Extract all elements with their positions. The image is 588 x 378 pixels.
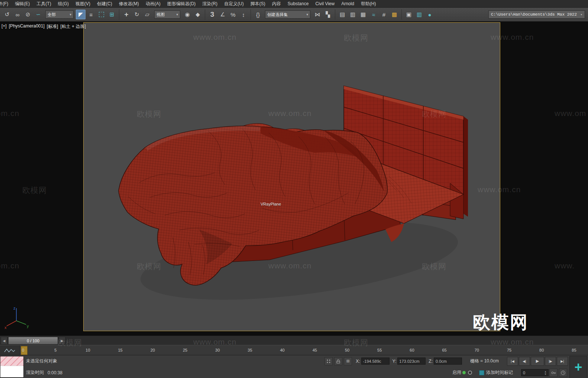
- bed-3d-model[interactable]: [84, 23, 500, 331]
- select-object-icon[interactable]: ◤: [76, 10, 85, 19]
- reference-coordinate-dropdown[interactable]: 视图▾: [154, 10, 180, 19]
- named-selection-sets-dropdown[interactable]: 创建选择集▾: [265, 10, 310, 19]
- selection-lock-icon[interactable]: [334, 357, 342, 365]
- svg-text:x: x: [4, 325, 7, 330]
- spinner-snap-icon[interactable]: ↕: [239, 10, 248, 19]
- menu-item-create[interactable]: 创建(C): [94, 0, 116, 8]
- select-and-move-icon[interactable]: +: [122, 10, 131, 19]
- rendered-frame-window-icon[interactable]: ▥: [414, 10, 424, 19]
- headboard-side: [463, 116, 468, 217]
- select-by-name-icon[interactable]: ≡: [86, 10, 96, 19]
- use-pivot-center-icon[interactable]: ◉: [182, 10, 192, 19]
- ribbon-icon[interactable]: ▦: [358, 10, 368, 19]
- time-slider-next-arrow[interactable]: ▶: [59, 337, 65, 345]
- frame-tick-label: 55: [377, 348, 382, 352]
- menu-item-edit[interactable]: 编辑(E): [12, 0, 33, 8]
- current-frame-value: 0: [523, 371, 525, 375]
- frame-tick-label: 50: [345, 348, 349, 352]
- window-crossing-icon[interactable]: ⊞: [107, 10, 117, 19]
- menu-item-help[interactable]: 帮助(H): [358, 0, 379, 8]
- snap-toggle-icon[interactable]: 3: [207, 10, 217, 19]
- status-bar: 未选定任何对象 ⊞ X: -194.589c Y: 173.023cm Z: 0…: [0, 355, 588, 378]
- rectangular-selection-icon[interactable]: [97, 10, 106, 19]
- project-folder-field[interactable]: C:\Users\Han\Documents\3ds Max 2022▾: [488, 10, 585, 19]
- menu-item-content[interactable]: 内容: [269, 0, 284, 8]
- menu-item-rendering[interactable]: 渲染(R): [199, 0, 221, 8]
- menu-item-scripting[interactable]: 脚本(S): [247, 0, 269, 8]
- z-coordinate-field[interactable]: 0.0cm: [434, 358, 462, 365]
- menu-item-civil-view[interactable]: Civil View: [312, 0, 338, 7]
- menu-item-animation[interactable]: 动画(A): [142, 0, 164, 8]
- menu-item-modifiers[interactable]: 修改器(M): [116, 0, 142, 8]
- viewport-label-render-preset[interactable]: [标准]: [47, 23, 58, 30]
- material-editor-icon[interactable]: ▩: [390, 10, 399, 19]
- menu-item-group[interactable]: 组(G): [55, 0, 72, 8]
- bind-to-space-warp-icon[interactable]: ∽: [33, 10, 43, 19]
- x-coordinate-field[interactable]: -194.589c: [361, 358, 390, 365]
- degradation-status-dot[interactable]: [468, 371, 472, 375]
- viewport-label-camera-name[interactable]: [PhysCamera001]: [9, 23, 45, 30]
- percent-snap-icon[interactable]: %: [228, 10, 238, 19]
- frame-tick-label: 80: [539, 348, 544, 352]
- frame-spinner[interactable]: ▲▼: [544, 370, 547, 375]
- menu-item-graph-editors[interactable]: 图形编辑器(D): [164, 0, 199, 8]
- current-frame-field[interactable]: 0 ▲▼: [521, 369, 549, 376]
- select-and-link-icon[interactable]: ∞: [13, 10, 22, 19]
- enable-status-dot[interactable]: [462, 371, 466, 374]
- undo-icon[interactable]: ↺: [2, 10, 12, 19]
- render-production-icon[interactable]: ●: [425, 10, 434, 19]
- curve-editor-icon[interactable]: ≈: [369, 10, 378, 19]
- key-mode-toggle-icon[interactable]: [549, 369, 558, 377]
- time-slider-prev-arrow[interactable]: ◀: [1, 337, 7, 345]
- select-and-scale-icon[interactable]: ▱: [142, 10, 152, 19]
- prev-frame-button[interactable]: ◀|: [519, 357, 530, 366]
- menu-item-substance[interactable]: Substance: [284, 0, 312, 7]
- menu-item-customize[interactable]: 自定义(U): [221, 0, 247, 8]
- menu-item-file[interactable]: 文件(F): [0, 0, 12, 8]
- select-and-rotate-icon[interactable]: ↻: [132, 10, 142, 19]
- object-name-label: VRayPlane: [261, 202, 281, 206]
- time-slider[interactable]: ◀ 0 / 100 ▶: [0, 336, 588, 345]
- layer-explorer-icon[interactable]: ▥: [348, 10, 358, 19]
- select-and-manipulate-icon[interactable]: ◆: [193, 10, 203, 19]
- frame-tick-label: 10: [85, 348, 90, 352]
- angle-snap-icon[interactable]: ∠: [218, 10, 227, 19]
- time-configuration-icon[interactable]: [559, 369, 567, 377]
- maximize-viewport-toggle[interactable]: +: [569, 356, 587, 378]
- frame-tick-label: 5: [54, 348, 56, 352]
- toolbar-separator: [119, 9, 119, 20]
- next-frame-button[interactable]: |▶: [545, 357, 556, 366]
- viewport-label-general-menu[interactable]: [+]: [1, 23, 7, 30]
- goto-end-button[interactable]: ▶|: [557, 357, 568, 366]
- schematic-view-icon[interactable]: #: [379, 10, 389, 19]
- render-setup-icon[interactable]: ▣: [404, 10, 414, 19]
- y-coordinate-field[interactable]: 173.023cm: [397, 358, 426, 365]
- absolute-mode-transform-icon[interactable]: ⊞: [344, 357, 352, 365]
- viewport-label-shading-mode[interactable]: [粘土 + 边面]: [60, 23, 85, 30]
- edit-named-selections-icon[interactable]: {}: [253, 10, 263, 19]
- mirror-icon[interactable]: ⋈: [313, 10, 322, 19]
- unlink-selection-icon[interactable]: ⊘: [23, 10, 33, 19]
- selection-filter-dropdown[interactable]: 全部▾: [45, 10, 74, 19]
- track-bar[interactable]: 0510152025303540455055606570758085: [0, 345, 588, 356]
- menu-item-arnold[interactable]: Arnold: [338, 0, 358, 7]
- isolate-selection-icon[interactable]: [324, 357, 333, 365]
- toolbar-separator: [205, 9, 205, 20]
- goto-start-button[interactable]: |◀: [507, 357, 518, 366]
- frame-tick-label: 85: [572, 348, 576, 352]
- scene-explorer-icon[interactable]: ▤: [337, 10, 347, 19]
- toolbar-separator: [335, 9, 335, 20]
- add-time-tag-button[interactable]: 添加时间标记: [486, 369, 513, 376]
- camera-viewport[interactable]: VRayPlane: [83, 22, 500, 331]
- menu-item-views[interactable]: 视图(V): [72, 0, 94, 8]
- maxscript-mini-listener[interactable]: [0, 356, 24, 378]
- play-button[interactable]: ▶: [531, 357, 544, 366]
- named-selection-sets-dropdown-value: 创建选择集: [267, 12, 288, 17]
- frame-tick-label: 30: [215, 348, 220, 352]
- align-icon[interactable]: ▚: [323, 10, 333, 19]
- time-slider-handle[interactable]: 0 / 100: [8, 337, 58, 345]
- viewport-area[interactable]: [+][PhysCamera001][标准][粘土 + 边面]: [0, 21, 588, 336]
- menu-item-tools[interactable]: 工具(T): [33, 0, 54, 8]
- mini-curve-icon: [4, 348, 15, 353]
- mini-curve-editor-button[interactable]: [0, 345, 20, 355]
